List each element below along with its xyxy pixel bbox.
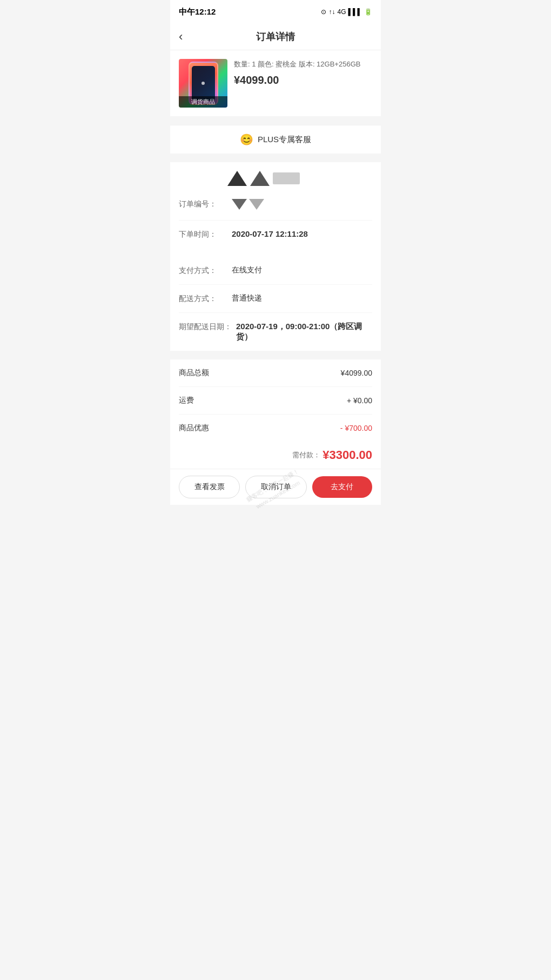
page-title: 订单详情: [256, 30, 295, 43]
invoice-button[interactable]: 查看发票: [179, 476, 240, 498]
delivery-date-label: 期望配送日期：: [179, 322, 232, 332]
discount-value: - ¥700.00: [340, 424, 372, 432]
back-button[interactable]: ‹: [179, 30, 183, 44]
order-number-row: 订单编号：: [179, 190, 372, 221]
signal-icon-2: ▌▌▌: [348, 8, 362, 16]
redact-triangle-1: [227, 171, 247, 186]
shipping-value: 普通快递: [232, 294, 372, 303]
product-image-wrapper: 调货商品: [179, 59, 227, 108]
payment-label: 支付方式：: [179, 265, 227, 276]
discount-row: 商品优惠 - ¥700.00: [179, 415, 372, 442]
divider-3: [170, 351, 381, 355]
goods-total-value: ¥4099.00: [341, 369, 372, 377]
shipping-row: 配送方式： 普通快递: [179, 285, 372, 313]
shipping-fee-row: 运费 + ¥0.00: [179, 387, 372, 415]
product-meta: 数量: 1 颜色: 蜜桃金 版本: 12GB+256GB: [234, 59, 372, 70]
order-number-label: 订单编号：: [179, 199, 227, 209]
order-time-value: 2020-07-17 12:11:28: [232, 229, 372, 238]
status-bar: 中午12:12 ⊙ ↑↓ 4G ▌▌▌ 🔋: [170, 0, 381, 24]
redacted-row-1: [179, 171, 372, 186]
payment-value: 在线支付: [232, 265, 372, 275]
order-details: 支付方式： 在线支付 配送方式： 普通快递 期望配送日期： 2020-07-19…: [170, 257, 381, 351]
price-summary: 商品总额 ¥4099.00 运费 + ¥0.00 商品优惠 - ¥700.00: [170, 359, 381, 442]
total-label: 需付款：: [292, 450, 320, 460]
product-price: ¥4099.00: [234, 74, 372, 86]
redacted-section: 订单编号： 下单时间： 2020-07-17 12:11:28: [170, 162, 381, 257]
goods-total-row: 商品总额 ¥4099.00: [179, 359, 372, 387]
phone-screen: [192, 66, 215, 101]
shipping-fee-label: 运费: [179, 396, 194, 405]
product-info: 数量: 1 颜色: 蜜桃金 版本: 12GB+256GB ¥4099.00: [234, 59, 372, 86]
phone-dot: [201, 82, 205, 85]
delivery-date-row: 期望配送日期： 2020-07-19，09:00-21:00（跨区调货）: [179, 313, 372, 351]
cancel-order-button[interactable]: 取消订单: [245, 476, 306, 498]
redact-block-1: [273, 172, 300, 184]
redact-down-tri-1: [232, 199, 247, 210]
shipping-label: 配送方式：: [179, 294, 227, 304]
plus-service-banner[interactable]: 😊 PLUS专属客服: [170, 125, 381, 154]
shipping-fee-value: + ¥0.00: [347, 396, 372, 405]
status-time: 中午12:12: [179, 7, 216, 17]
plus-service-label: PLUS专属客服: [258, 135, 311, 145]
payment-row: 支付方式： 在线支付: [179, 257, 372, 285]
redact-triangle-2: [250, 171, 270, 186]
delivery-date-value: 2020-07-19，09:00-21:00（跨区调货）: [236, 322, 372, 342]
divider-1: [170, 121, 381, 125]
discount-label: 商品优惠: [179, 423, 209, 433]
redact-down-tri-2: [249, 199, 264, 210]
total-row: 需付款： ¥3300.00: [170, 442, 381, 469]
bottom-actions: 查看发票 取消订单 去支付: [170, 469, 381, 505]
location-icon: ⊙: [321, 8, 326, 16]
network-label: 4G: [337, 8, 346, 16]
goods-total-label: 商品总额: [179, 368, 209, 378]
total-value: ¥3300.00: [322, 448, 372, 462]
signal-icon: ↑↓: [328, 8, 335, 16]
product-card: 调货商品 数量: 1 颜色: 蜜桃金 版本: 12GB+256GB ¥4099.…: [170, 50, 381, 116]
order-time-row: 下单时间： 2020-07-17 12:11:28: [179, 221, 372, 248]
divider-2: [170, 158, 381, 162]
status-icons: ⊙ ↑↓ 4G ▌▌▌ 🔋: [321, 8, 372, 16]
product-badge: 调货商品: [179, 96, 227, 108]
battery-icon: 🔋: [364, 8, 372, 16]
order-time-label: 下单时间：: [179, 229, 227, 239]
plus-emoji-icon: 😊: [240, 133, 253, 146]
pay-button[interactable]: 去支付: [312, 476, 372, 498]
page-header: ‹ 订单详情: [170, 24, 381, 50]
order-number-value: [232, 199, 372, 211]
